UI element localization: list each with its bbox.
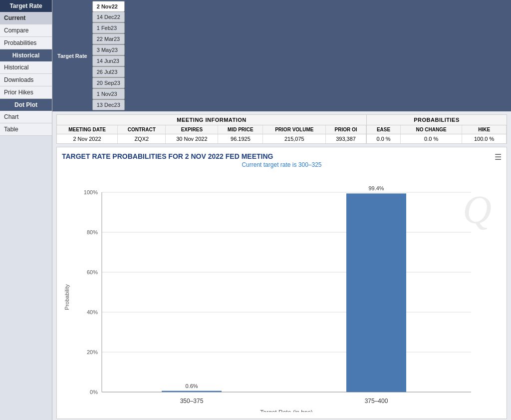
probabilities-table: EASE NO CHANGE HIKE 0.0 % 0.0 % 100.0 % xyxy=(367,125,507,143)
probabilities-row: 0.0 % 0.0 % 100.0 % xyxy=(367,134,507,144)
meeting-info-title: MEETING INFORMATION xyxy=(57,115,366,125)
cell-contract: ZQX2 xyxy=(118,134,166,144)
info-panel: MEETING INFORMATION MEETING DATE CONTRAC… xyxy=(56,114,507,144)
col-meeting-date: MEETING DATE xyxy=(57,125,118,134)
tab-20sep23[interactable]: 20 Sep23 xyxy=(92,77,125,88)
bar-chart-svg: Probability 0% 20% 40% 60% 80% 100% xyxy=(62,172,496,412)
col-prior-oi: PRIOR OI xyxy=(326,125,366,134)
cell-prior-oi: 393,387 xyxy=(326,134,366,144)
cell-expires: 30 Nov 2022 xyxy=(166,134,218,144)
svg-text:0%: 0% xyxy=(90,389,98,395)
col-ease: EASE xyxy=(367,125,401,134)
svg-text:40%: 40% xyxy=(87,309,98,315)
sidebar-item-chart[interactable]: Chart xyxy=(0,111,52,123)
svg-text:0.6%: 0.6% xyxy=(185,383,198,389)
tab-2nov22[interactable]: 2 Nov22 xyxy=(92,1,125,11)
col-hike: HIKE xyxy=(462,125,507,134)
tabs-container: 2 Nov2214 Dec221 Feb2322 Mar233 May2314 … xyxy=(92,1,126,110)
sidebar-item-current[interactable]: Current xyxy=(0,12,52,24)
y-axis-label: Probability xyxy=(64,284,70,310)
sidebar-item-table[interactable]: Table xyxy=(0,123,52,136)
sidebar: Target Rate Current Compare Probabilitie… xyxy=(0,0,52,420)
cell-hike: 100.0 % xyxy=(462,134,507,144)
chart-svg-container: Probability 0% 20% 40% 60% 80% 100% xyxy=(62,172,502,414)
col-contract: CONTRACT xyxy=(118,125,166,134)
col-no-change: NO CHANGE xyxy=(401,125,462,134)
tab-bar-label: Target Rate xyxy=(53,51,91,60)
tab-14dec22[interactable]: 14 Dec22 xyxy=(92,11,125,22)
svg-text:375–400: 375–400 xyxy=(365,398,388,405)
meeting-info-row: 2 Nov 2022 ZQX2 30 Nov 2022 96.1925 215,… xyxy=(57,134,366,144)
meeting-info-table: MEETING DATE CONTRACT EXPIRES MID PRICE … xyxy=(57,125,366,143)
bar-350-375 xyxy=(162,391,222,392)
probabilities-title: PROBABILITIES xyxy=(367,115,507,125)
tab-bar: Target Rate 2 Nov2214 Dec221 Feb2322 Mar… xyxy=(52,0,511,111)
tab-13dec23[interactable]: 13 Dec23 xyxy=(92,99,125,110)
tab-1feb23[interactable]: 1 Feb23 xyxy=(92,22,125,33)
sidebar-section-historical[interactable]: Historical xyxy=(0,49,52,61)
sidebar-item-compare[interactable]: Compare xyxy=(0,24,52,37)
tab-22mar23[interactable]: 22 Mar23 xyxy=(92,33,125,44)
cell-prior-volume: 215,075 xyxy=(263,134,326,144)
col-prior-volume: PRIOR VOLUME xyxy=(263,125,326,134)
sidebar-item-downloads[interactable]: Downloads xyxy=(0,74,52,86)
tab-3may23[interactable]: 3 May23 xyxy=(92,44,125,55)
col-expires: EXPIRES xyxy=(166,125,218,134)
chart-menu-icon[interactable]: ☰ xyxy=(495,152,502,162)
sidebar-item-prior-hikes[interactable]: Prior Hikes xyxy=(0,86,52,99)
cell-ease: 0.0 % xyxy=(367,134,401,144)
chart-title: TARGET RATE PROBABILITIES FOR 2 NOV 2022… xyxy=(62,152,502,160)
sidebar-section-target-rate[interactable]: Target Rate xyxy=(0,0,52,12)
tab-14jun23[interactable]: 14 Jun23 xyxy=(92,55,125,66)
main-content: Target Rate 2 Nov2214 Dec221 Feb2322 Mar… xyxy=(52,0,511,420)
cell-mid-price: 96.1925 xyxy=(218,134,263,144)
chart-panel: TARGET RATE PROBABILITIES FOR 2 NOV 2022… xyxy=(56,147,507,419)
sidebar-item-probabilities[interactable]: Probabilities xyxy=(0,37,52,49)
svg-text:99.4%: 99.4% xyxy=(368,185,384,191)
tab-26jul23[interactable]: 26 Jul23 xyxy=(92,66,125,77)
svg-text:Target Rate (in bps): Target Rate (in bps) xyxy=(260,409,312,412)
svg-text:20%: 20% xyxy=(87,349,98,355)
cell-no-change: 0.0 % xyxy=(401,134,462,144)
bar-375-400 xyxy=(346,193,406,392)
sidebar-section-dot-plot[interactable]: Dot Plot xyxy=(0,99,52,111)
tab-1nov23[interactable]: 1 Nov23 xyxy=(92,88,125,99)
probabilities-section: PROBABILITIES EASE NO CHANGE HIKE 0.0 % xyxy=(367,115,507,143)
col-mid-price: MID PRICE xyxy=(218,125,263,134)
chart-subtitle: Current target rate is 300–325 xyxy=(62,161,502,168)
meeting-info-section: MEETING INFORMATION MEETING DATE CONTRAC… xyxy=(57,115,367,143)
svg-text:100%: 100% xyxy=(84,189,98,195)
cell-meeting-date: 2 Nov 2022 xyxy=(57,134,118,144)
sidebar-item-historical[interactable]: Historical xyxy=(0,61,52,74)
svg-text:60%: 60% xyxy=(87,269,98,275)
svg-text:350–375: 350–375 xyxy=(180,398,204,405)
svg-text:80%: 80% xyxy=(87,229,98,235)
content-area: MEETING INFORMATION MEETING DATE CONTRAC… xyxy=(52,111,511,420)
